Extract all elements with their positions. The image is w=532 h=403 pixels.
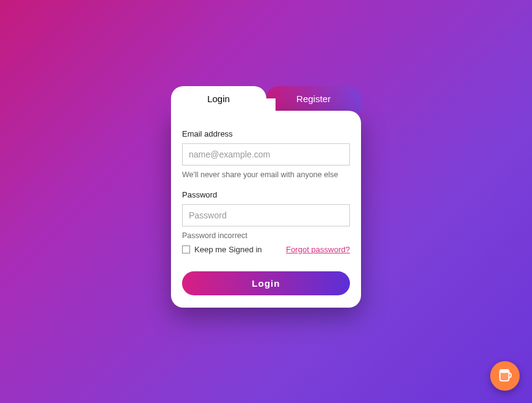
remember-row: Keep me Signed in Forgot password? xyxy=(182,245,350,254)
email-hint: We'll never share your email with anyone… xyxy=(182,170,350,179)
email-label: Email address xyxy=(182,129,350,138)
tab-register[interactable]: Register xyxy=(266,86,362,111)
remember-label: Keep me Signed in xyxy=(194,245,262,254)
remember-checkbox-wrap: Keep me Signed in xyxy=(182,245,262,254)
login-form: Email address We'll never share your ema… xyxy=(171,111,361,308)
email-field[interactable] xyxy=(182,143,350,166)
auth-tabs: Login Register xyxy=(171,86,361,111)
password-error: Password incorrect xyxy=(182,231,350,240)
email-group: Email address We'll never share your ema… xyxy=(182,129,350,179)
svg-point-0 xyxy=(500,370,509,373)
login-button[interactable]: Login xyxy=(182,271,350,295)
forgot-password-link[interactable]: Forgot password? xyxy=(286,245,350,254)
tab-login[interactable]: Login xyxy=(171,86,266,111)
password-field[interactable] xyxy=(182,204,350,226)
login-container: Login Register Email address We'll never… xyxy=(171,86,361,308)
buy-coffee-button[interactable] xyxy=(490,361,520,391)
password-label: Password xyxy=(182,190,350,199)
coffee-cup-icon xyxy=(498,366,512,386)
remember-checkbox[interactable] xyxy=(182,245,190,253)
password-group: Password Password incorrect xyxy=(182,190,350,240)
